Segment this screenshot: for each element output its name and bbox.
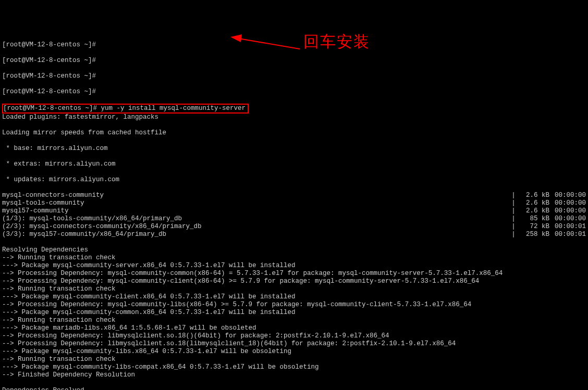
output-line: * updates: mirrors.aliyun.com xyxy=(2,176,586,184)
dependency-line: ---> Package mysql-community-libs-compat… xyxy=(2,363,586,371)
dependency-line: --> Processing Dependency: mysql-communi… xyxy=(2,301,586,309)
pipe-separator: | xyxy=(509,223,518,231)
dependency-line: --> Running transaction check xyxy=(2,285,586,293)
shell-prompt[interactable]: [root@VM-12-8-centos ~]# xyxy=(2,57,586,65)
download-time: 00:00:00 xyxy=(549,199,586,207)
pipe-separator: | xyxy=(509,199,518,207)
output-line: Loading mirror speeds from cached hostfi… xyxy=(2,129,586,137)
shell-prompt-text: [root@VM-12-8-centos ~]# xyxy=(3,105,101,112)
pipe-separator: | xyxy=(509,192,518,199)
dependency-line: ---> Package mysql-community-common.x86_… xyxy=(2,309,586,317)
dependency-line xyxy=(2,379,586,387)
download-name: (2/3): mysql-connectors-community/x86_64… xyxy=(2,223,509,231)
download-name: (3/3): mysql57-community/x86_64/primary_… xyxy=(2,231,509,238)
download-row: mysql-connectors-community|2.6 kB00:00:0… xyxy=(2,192,586,199)
dependency-line: Resolving Dependencies xyxy=(2,246,586,254)
download-name: mysql-connectors-community xyxy=(2,192,509,199)
download-name: mysql57-community xyxy=(2,207,509,215)
download-size: 2.6 kB xyxy=(518,207,549,215)
dependency-line: --> Running transaction check xyxy=(2,356,586,363)
download-row: (1/3): mysql-tools-community/x86_64/prim… xyxy=(2,215,586,223)
dependency-line: --> Processing Dependency: mysql-communi… xyxy=(2,278,586,285)
download-size: 258 kB xyxy=(518,231,549,238)
download-time: 00:00:01 xyxy=(549,223,586,231)
dependency-line: --> Running transaction check xyxy=(2,317,586,324)
dependency-block: Resolving Dependencies--> Running transa… xyxy=(2,246,586,390)
download-size: 2.6 kB xyxy=(518,199,549,207)
dependency-line: --> Processing Dependency: libmysqlclien… xyxy=(2,332,586,340)
shell-prompt[interactable]: [root@VM-12-8-centos ~]# xyxy=(2,88,586,96)
download-row: mysql57-community|2.6 kB00:00:00 xyxy=(2,207,586,215)
output-line: * base: mirrors.aliyun.com xyxy=(2,145,586,153)
download-name: (1/3): mysql-tools-community/x86_64/prim… xyxy=(2,215,509,223)
terminal-output: [root@VM-12-8-centos ~]# [root@VM-12-8-c… xyxy=(2,33,586,390)
annotation-layer: 回车安装 xyxy=(0,0,8,23)
output-line: Loaded plugins: fastestmirror, langpacks xyxy=(2,114,586,121)
dependency-line: --> Processing Dependency: mysql-communi… xyxy=(2,270,586,278)
download-time: 00:00:00 xyxy=(549,192,586,199)
output-line: * extras: mirrors.aliyun.com xyxy=(2,160,586,168)
dependency-line: --> Finished Dependency Resolution xyxy=(2,371,586,379)
pipe-separator: | xyxy=(509,231,518,238)
download-size: 72 kB xyxy=(518,223,549,231)
download-time: 00:00:00 xyxy=(549,215,586,223)
highlighted-command: [root@VM-12-8-centos ~]# yum -y install … xyxy=(2,104,249,114)
dependency-line: --> Running transaction check xyxy=(2,254,586,262)
download-row: (2/3): mysql-connectors-community/x86_64… xyxy=(2,223,586,231)
download-progress-block: mysql-connectors-community|2.6 kB00:00:0… xyxy=(2,192,586,238)
dependency-line: ---> Package mysql-community-libs.x86_64… xyxy=(2,348,586,356)
download-row: mysql-tools-community|2.6 kB00:00:00 xyxy=(2,199,586,207)
dependency-line: ---> Package mysql-community-client.x86_… xyxy=(2,293,586,301)
shell-command-text: yum -y install mysql-community-server xyxy=(101,105,246,112)
dependency-line: --> Processing Dependency: libmysqlclien… xyxy=(2,340,586,348)
dependency-line: ---> Package mariadb-libs.x86_64 1:5.5.6… xyxy=(2,324,586,332)
shell-prompt[interactable]: [root@VM-12-8-centos ~]# xyxy=(2,72,586,80)
download-name: mysql-tools-community xyxy=(2,199,509,207)
download-time: 00:00:01 xyxy=(549,231,586,238)
download-row: (3/3): mysql57-community/x86_64/primary_… xyxy=(2,231,586,238)
download-time: 00:00:00 xyxy=(549,207,586,215)
pipe-separator: | xyxy=(509,207,518,215)
download-size: 85 kB xyxy=(518,215,549,223)
pipe-separator: | xyxy=(509,215,518,223)
dependency-line: Dependencies Resolved xyxy=(2,387,586,390)
dependency-line: ---> Package mysql-community-server.x86_… xyxy=(2,262,586,270)
shell-prompt[interactable]: [root@VM-12-8-centos ~]# xyxy=(2,41,586,49)
download-size: 2.6 kB xyxy=(518,192,549,199)
